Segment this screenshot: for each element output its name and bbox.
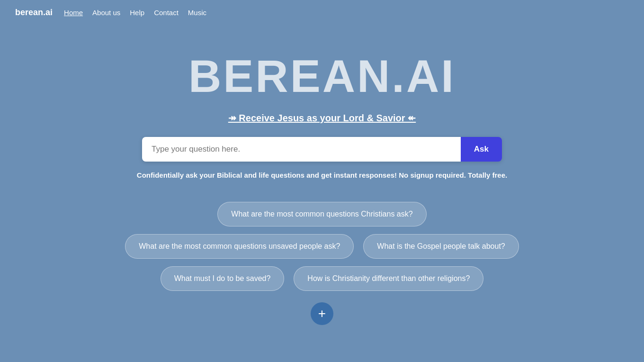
nav-home[interactable]: Home [64,9,83,17]
more-suggestions-button[interactable]: + [311,302,333,325]
suggestion-5[interactable]: How is Christianity different than other… [294,266,483,291]
cta-link[interactable]: ↠ Receive Jesus as your Lord & Savior ↞ [228,112,416,124]
suggestions-row-2: What are the most common questions unsav… [125,234,519,259]
tagline: Confidentially ask your Biblical and lif… [137,171,507,179]
nav-help[interactable]: Help [130,9,144,17]
suggestion-4[interactable]: What must I do to be saved? [161,266,285,291]
nav-about[interactable]: About us [92,9,120,17]
nav-contact[interactable]: Contact [154,9,179,17]
suggestions-row-1: What are the most common questions Chris… [217,202,426,226]
nav-brand[interactable]: berean.ai [15,8,53,18]
navbar: berean.ai Home About us Help Contact Mus… [0,0,644,25]
suggestions-container: What are the most common questions Chris… [0,202,644,325]
suggestion-1[interactable]: What are the most common questions Chris… [217,202,426,226]
suggestion-2[interactable]: What are the most common questions unsav… [125,234,354,259]
nav-music[interactable]: Music [188,9,206,17]
search-bar: Ask [142,137,502,162]
site-logo: BEREAN.AI [188,54,456,99]
main-content: BEREAN.AI ↠ Receive Jesus as your Lord &… [0,25,644,325]
suggestion-3[interactable]: What is the Gospel people talk about? [363,234,519,259]
ask-button[interactable]: Ask [461,137,502,162]
search-input[interactable] [142,137,461,162]
suggestions-row-3: What must I do to be saved? How is Chris… [161,266,484,291]
nav-links: Home About us Help Contact Music [64,9,206,17]
